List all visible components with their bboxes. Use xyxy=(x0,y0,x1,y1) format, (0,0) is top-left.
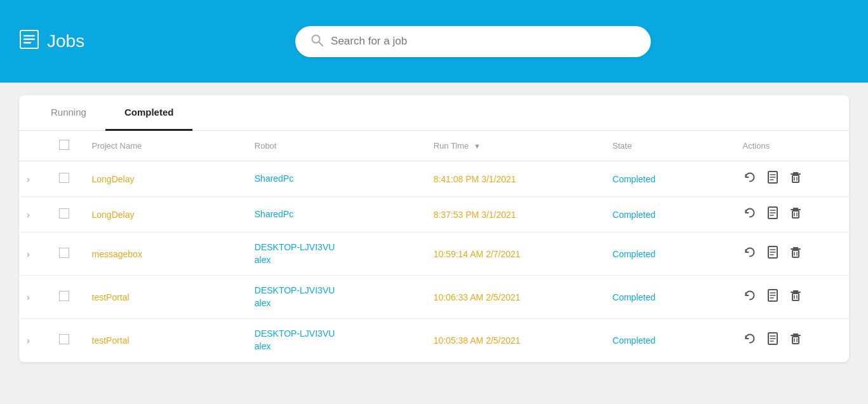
state-value: Completed xyxy=(613,174,656,184)
row-checkbox[interactable] xyxy=(59,334,69,344)
state-cell: Completed xyxy=(605,161,735,197)
check-cell xyxy=(51,276,84,319)
state-value: Completed xyxy=(613,292,656,302)
col-header-project: Project Name xyxy=(84,131,247,161)
expand-button[interactable]: › xyxy=(27,292,30,302)
table-row: › testPortal DESKTOP-LJVI3VUalex 10:05:3… xyxy=(19,319,849,362)
jobs-table: Project Name Robot Run Time ▼ State Acti… xyxy=(19,131,849,362)
table-row: › LongDelay SharedPc 8:41:08 PM 3/1/2021… xyxy=(19,161,849,197)
table-header-row: Project Name Robot Run Time ▼ State Acti… xyxy=(19,131,849,161)
log-button[interactable] xyxy=(766,288,780,306)
actions-cell xyxy=(735,319,849,362)
restart-button[interactable] xyxy=(743,332,757,349)
restart-button[interactable] xyxy=(743,245,757,262)
jobs-icon xyxy=(19,29,39,54)
search-input[interactable] xyxy=(331,35,636,48)
project-link[interactable]: messagebox xyxy=(92,249,142,259)
actions-cell xyxy=(735,276,849,319)
runtime-value: 10:59:14 AM 2/7/2021 xyxy=(434,249,521,259)
project-cell: messagebox xyxy=(84,232,247,276)
col-header-robot: Robot xyxy=(247,131,426,161)
svg-rect-1 xyxy=(23,35,35,37)
row-checkbox[interactable] xyxy=(59,291,69,301)
project-cell: testPortal xyxy=(84,276,247,319)
expand-button[interactable]: › xyxy=(27,210,30,220)
svg-rect-24 xyxy=(792,250,799,257)
robot-cell: DESKTOP-LJVI3VUalex xyxy=(247,276,426,319)
runtime-value: 10:05:38 AM 2/5/2021 xyxy=(434,335,521,346)
state-cell: Completed xyxy=(605,232,735,276)
robot-link[interactable]: DESKTOP-LJVI3VUalex xyxy=(255,285,418,309)
expand-cell: › xyxy=(19,161,51,197)
project-link[interactable]: LongDelay xyxy=(92,174,135,184)
project-cell: testPortal xyxy=(84,319,247,362)
actions-cell xyxy=(735,161,849,197)
delete-button[interactable] xyxy=(789,245,803,262)
project-cell: LongDelay xyxy=(84,161,247,197)
expand-button[interactable]: › xyxy=(27,249,30,259)
robot-link[interactable]: DESKTOP-LJVI3VUalex xyxy=(255,241,418,266)
delete-button[interactable] xyxy=(789,288,803,306)
state-value: Completed xyxy=(613,210,656,220)
robot-link[interactable]: SharedPc xyxy=(255,173,418,185)
expand-cell: › xyxy=(19,319,51,362)
svg-rect-10 xyxy=(792,175,799,182)
row-checkbox[interactable] xyxy=(59,208,69,219)
expand-button[interactable]: › xyxy=(27,174,30,184)
col-header-state: State xyxy=(605,131,735,161)
state-cell: Completed xyxy=(605,319,735,362)
table-body: › LongDelay SharedPc 8:41:08 PM 3/1/2021… xyxy=(19,161,849,362)
tab-completed[interactable]: Completed xyxy=(105,95,193,131)
tab-running[interactable]: Running xyxy=(32,95,105,131)
runtime-value: 8:37:53 PM 3/1/2021 xyxy=(434,210,516,220)
expand-cell: › xyxy=(19,197,51,232)
robot-link[interactable]: SharedPc xyxy=(255,208,418,221)
table-row: › LongDelay SharedPc 8:37:53 PM 3/1/2021… xyxy=(19,197,849,232)
svg-rect-31 xyxy=(792,293,799,300)
log-button[interactable] xyxy=(766,245,780,262)
runtime-value: 8:41:08 PM 3/1/2021 xyxy=(434,174,516,184)
robot-cell: DESKTOP-LJVI3VUalex xyxy=(247,232,426,276)
project-link[interactable]: testPortal xyxy=(92,335,130,346)
expand-cell: › xyxy=(19,232,51,276)
state-value: Completed xyxy=(613,335,656,346)
select-all-checkbox[interactable] xyxy=(59,140,69,150)
runtime-cell: 10:59:14 AM 2/7/2021 xyxy=(426,232,605,276)
header-title-area: Jobs xyxy=(19,29,84,54)
project-link[interactable]: LongDelay xyxy=(92,210,135,220)
col-header-actions: Actions xyxy=(735,131,849,161)
search-icon xyxy=(310,34,323,50)
log-button[interactable] xyxy=(766,206,780,223)
row-checkbox[interactable] xyxy=(59,248,69,258)
col-header-runtime[interactable]: Run Time ▼ xyxy=(426,131,605,161)
runtime-cell: 10:06:33 AM 2/5/2021 xyxy=(426,276,605,319)
log-button[interactable] xyxy=(766,332,780,349)
project-link[interactable]: testPortal xyxy=(92,292,130,302)
page-title: Jobs xyxy=(47,31,84,51)
restart-button[interactable] xyxy=(743,288,757,306)
state-value: Completed xyxy=(613,249,656,259)
log-button[interactable] xyxy=(766,170,780,187)
svg-rect-2 xyxy=(23,38,35,40)
delete-button[interactable] xyxy=(789,206,803,223)
restart-button[interactable] xyxy=(743,206,757,223)
delete-button[interactable] xyxy=(789,332,803,349)
restart-button[interactable] xyxy=(743,170,757,187)
delete-button[interactable] xyxy=(789,170,803,187)
robot-cell: DESKTOP-LJVI3VUalex xyxy=(247,319,426,362)
check-cell xyxy=(51,319,84,362)
check-cell xyxy=(51,232,84,276)
check-cell xyxy=(51,161,84,197)
runtime-cell: 8:37:53 PM 3/1/2021 xyxy=(426,197,605,232)
table-row: › messagebox DESKTOP-LJVI3VUalex 10:59:1… xyxy=(19,232,849,276)
robot-link[interactable]: DESKTOP-LJVI3VUalex xyxy=(255,328,418,353)
main-content: Running Completed Project Name Robot xyxy=(0,83,868,375)
expand-button[interactable]: › xyxy=(27,335,30,346)
col-header-expand xyxy=(19,131,51,161)
svg-rect-17 xyxy=(792,211,799,218)
runtime-value: 10:06:33 AM 2/5/2021 xyxy=(434,292,521,302)
actions-cell xyxy=(735,232,849,276)
actions-cell xyxy=(735,197,849,232)
row-checkbox[interactable] xyxy=(59,173,69,183)
jobs-card: Running Completed Project Name Robot xyxy=(19,95,849,362)
